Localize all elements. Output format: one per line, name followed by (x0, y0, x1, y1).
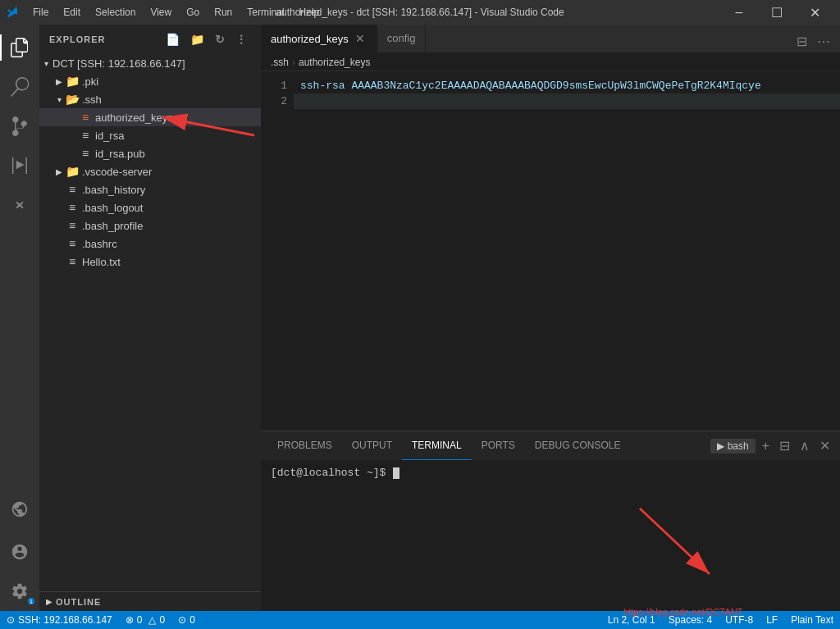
terminal-tab-actions: ▶ bash + ⊟ ∧ ✕ (710, 438, 833, 454)
menu-selection[interactable]: Selection (89, 4, 142, 21)
new-file-icon[interactable]: 📄 (162, 31, 184, 48)
ssh-arrow-icon: ▾ (52, 95, 66, 104)
hello-txt-label: Hello.txt (82, 256, 121, 268)
line-number-1: 1 (261, 78, 287, 93)
terminal-tab-output[interactable]: OUTPUT (342, 431, 402, 460)
terminal-cursor (393, 467, 399, 479)
pki-folder-icon: 📁 (66, 75, 79, 88)
terminal-tabs: PROBLEMS OUTPUT TERMINAL PORTS DEBUG CON… (261, 431, 840, 460)
status-line-ending[interactable]: LF (760, 611, 784, 629)
hello-txt-file-icon: ≡ (66, 255, 79, 268)
id-rsa-label: id_rsa (95, 130, 124, 142)
status-encoding[interactable]: UTF-8 (719, 611, 760, 629)
source-control-activity-icon[interactable] (0, 107, 39, 146)
tree-item-pki[interactable]: ▶ 📁 .pki (39, 72, 261, 90)
editor-lines[interactable]: ssh-rsa AAAAB3NzaC1yc2EAAAADAQABAAABAQDG… (294, 71, 840, 431)
authorized-keys-label: authorized_keys (95, 112, 173, 124)
ssh-label: SSH: 192.168.66.147 (18, 614, 112, 626)
tree-item-authorized-keys[interactable]: ≡ authorized_keys (39, 108, 261, 126)
menu-view[interactable]: View (144, 4, 178, 21)
breadcrumb-sep-1: › (292, 57, 295, 68)
explorer-activity-icon[interactable] (0, 28, 39, 67)
bash-profile-label: .bash_profile (82, 220, 143, 232)
sidebar-header-actions: 📄 📁 ↻ ⋮ (162, 31, 251, 48)
ssh-label: .ssh (82, 93, 102, 106)
terminal-tab-ports[interactable]: PORTS (472, 431, 525, 460)
maximize-button[interactable]: ☐ (758, 0, 796, 25)
terminal-maximize-icon[interactable]: ∧ (797, 438, 813, 454)
vscode-server-folder-icon: 📁 (66, 165, 79, 178)
status-errors[interactable]: ⊗ 0 △ 0 (119, 611, 171, 629)
tree-item-hello-txt[interactable]: ≡ Hello.txt (39, 253, 261, 271)
terminal-tab-terminal[interactable]: TERMINAL (402, 431, 472, 460)
split-editor-icon[interactable]: ⊟ (793, 30, 810, 52)
tab-config[interactable]: config (377, 25, 427, 52)
settings-activity-icon[interactable]: 1 (0, 572, 39, 611)
menu-run[interactable]: Run (208, 4, 239, 21)
bash-profile-file-icon: ≡ (66, 219, 79, 232)
tab-authorized-keys-label: authorized_keys (271, 33, 349, 45)
terminal-tab-problems[interactable]: PROBLEMS (267, 431, 342, 460)
tree-item-ssh[interactable]: ▾ 📂 .ssh (39, 90, 261, 108)
account-activity-icon[interactable] (0, 532, 39, 572)
position-label: Ln 2, Col 1 (608, 614, 655, 626)
bash-logout-file-icon: ≡ (66, 201, 79, 214)
tree-item-id-rsa[interactable]: ≡ id_rsa (39, 126, 261, 144)
line-1-content: ssh-rsa AAAAB3NzaC1yc2EAAAADAQABAAABAQDG… (300, 80, 761, 92)
terminal-shell-button[interactable]: ▶ bash (710, 439, 756, 454)
terminal-split-icon[interactable]: ⊟ (776, 438, 793, 454)
tab-authorized-keys[interactable]: authorized_keys ✕ (261, 25, 377, 52)
more-tabs-icon[interactable]: ⋯ (814, 30, 833, 52)
terminal-tab-debug-console[interactable]: DEBUG CONSOLE (525, 431, 631, 460)
outline-section[interactable]: ▶ OUTLINE (39, 591, 261, 611)
status-position[interactable]: Ln 2, Col 1 (601, 611, 662, 629)
menu-file[interactable]: File (26, 4, 55, 21)
tree-item-vscode-server[interactable]: ▶ 📁 .vscode-server (39, 162, 261, 180)
id-rsa-pub-file-icon: ≡ (79, 147, 92, 160)
terminal-content[interactable]: [dct@localhost ~]$ (261, 460, 840, 611)
menu-go[interactable]: Go (180, 4, 206, 21)
bashrc-label: .bashrc (82, 238, 117, 250)
tree-root[interactable]: ▾ DCT [SSH: 192.168.66.147] (39, 54, 261, 72)
tree-item-bash-profile[interactable]: ≡ .bash_profile (39, 217, 261, 235)
editor-content[interactable]: 1 2 ssh-rsa AAAAB3NzaC1yc2EAAAADAQABAAAB… (261, 71, 840, 431)
tree-item-bash-history[interactable]: ≡ .bash_history (39, 180, 261, 198)
pki-label: .pki (82, 75, 98, 88)
menu-edit[interactable]: Edit (57, 4, 87, 21)
terminal-shell-label: bash (728, 440, 749, 452)
tree-item-bash-logout[interactable]: ≡ .bash_logout (39, 198, 261, 217)
vscode-server-arrow-icon: ▶ (52, 167, 66, 176)
sidebar: EXPLORER 📄 📁 ↻ ⋮ ▾ DCT [SSH: 192.168.66.… (39, 25, 261, 611)
minimize-button[interactable]: – (720, 0, 758, 25)
tab-config-label: config (387, 32, 416, 44)
refresh-icon[interactable]: ↻ (212, 31, 229, 48)
warnings-count: 0 (159, 614, 165, 626)
encoding-label: UTF-8 (725, 614, 753, 626)
status-ssh[interactable]: ⊙ SSH: 192.168.66.147 (0, 611, 119, 629)
settings-badge: 1 (28, 598, 34, 604)
breadcrumb-authorized-keys[interactable]: authorized_keys (299, 57, 370, 68)
status-spaces[interactable]: Spaces: 4 (662, 611, 719, 629)
collapse-all-icon[interactable]: ⋮ (232, 31, 251, 48)
tree-item-bashrc[interactable]: ≡ .bashrc (39, 235, 261, 253)
outline-label: OUTLINE (56, 597, 101, 607)
root-arrow-icon: ▾ (39, 59, 52, 68)
status-remote-count[interactable]: ⊙ 0 (171, 611, 202, 629)
search-activity-icon[interactable] (0, 67, 39, 107)
remote-icon: ⊙ (7, 614, 15, 626)
run-activity-icon[interactable] (0, 146, 39, 185)
errors-icon: ⊗ (126, 614, 134, 626)
new-folder-icon[interactable]: 📁 (187, 31, 208, 48)
status-language[interactable]: Plain Text (784, 611, 840, 629)
line-numbers: 1 2 (261, 71, 294, 431)
window-title: authorized_keys - dct [SSH: 192.168.66.1… (276, 7, 564, 18)
remote-activity-icon[interactable] (0, 490, 39, 529)
tab-authorized-keys-close[interactable]: ✕ (354, 32, 367, 45)
terminal-add-icon[interactable]: + (759, 439, 773, 454)
line-ending-label: LF (766, 614, 778, 626)
extensions-activity-icon[interactable] (0, 185, 39, 225)
terminal-close-icon[interactable]: ✕ (816, 438, 833, 454)
breadcrumb-ssh[interactable]: .ssh (271, 57, 289, 68)
tree-item-id-rsa-pub[interactable]: ≡ id_rsa.pub (39, 144, 261, 162)
close-button[interactable]: ✕ (796, 0, 833, 25)
